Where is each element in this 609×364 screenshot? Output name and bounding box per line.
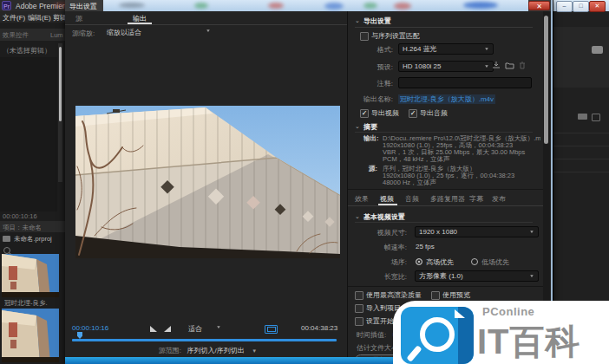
- tab-effect-controls[interactable]: 效果控件: [3, 31, 29, 40]
- tab-source[interactable]: 源: [75, 14, 82, 23]
- field-lower-label: 低场优先: [481, 257, 509, 267]
- effect-controls-area: [0, 57, 57, 211]
- media-browser-icon[interactable]: [592, 46, 603, 54]
- field-upper-label: 高场优先: [426, 257, 454, 267]
- close-icon: ✕: [536, 3, 542, 10]
- dialog-bottom-bar: [65, 357, 395, 364]
- output-name-link[interactable]: 冠时北理-良乡（放大版）.m4v: [398, 94, 495, 104]
- close-window-button[interactable]: ✕: [589, 1, 606, 12]
- preview-image: [75, 106, 340, 258]
- source-scaling-select[interactable]: 缩放以适合 ▼: [107, 28, 211, 37]
- output-name-label: 输出名称:: [348, 94, 393, 104]
- panel-timecode: 00:00:10:16: [3, 212, 37, 220]
- itbaike-logo-icon: [401, 307, 474, 364]
- dialog-close-button[interactable]: ✕: [528, 1, 550, 10]
- comments-input[interactable]: [398, 77, 532, 88]
- chevron-down-icon: ▼: [529, 272, 534, 280]
- dialog-title: 导出设置: [69, 2, 97, 11]
- tab-effects[interactable]: 效果: [355, 194, 369, 204]
- export-video-checkbox[interactable]: ✓: [360, 109, 369, 118]
- source-range-row: 源范围: 序列切入/序列切出 ▼: [75, 346, 340, 355]
- match-sequence-label: 与序列设置匹配: [371, 31, 420, 41]
- playhead[interactable]: [77, 332, 82, 339]
- menu-bar: 文件(F) 编辑(E) 剪辑: [0, 11, 66, 23]
- tab-lumetri[interactable]: Lum: [50, 31, 63, 39]
- project-file-row[interactable]: 未命名.prproj: [0, 234, 66, 244]
- frame-rate-value[interactable]: 25 fps: [416, 243, 435, 250]
- collapse-icon[interactable]: ⌄: [355, 213, 360, 220]
- chevron-down-icon: ▼: [529, 228, 534, 236]
- chevron-down-icon: ▼: [206, 29, 211, 36]
- window-controls: ‒ □ ✕: [553, 0, 609, 11]
- import-project-checkbox[interactable]: [355, 304, 363, 313]
- tab-captions[interactable]: 字幕: [469, 194, 483, 204]
- chevron-down-icon: ▼: [252, 348, 257, 354]
- tab-publish[interactable]: 发布: [492, 194, 506, 204]
- field-upper-radio[interactable]: [416, 258, 422, 265]
- summary-header: 摘要: [363, 122, 377, 132]
- clip-thumbnail[interactable]: [2, 254, 59, 297]
- time-interp-label: 时间插值:: [357, 330, 386, 340]
- watermark-brand: PConline: [482, 305, 534, 318]
- save-preset-icon[interactable]: [492, 62, 501, 69]
- comments-label: 注释:: [348, 79, 393, 88]
- max-quality-checkbox[interactable]: [355, 291, 363, 300]
- maximize-button[interactable]: □: [573, 1, 589, 12]
- export-audio-checkbox[interactable]: ✓: [409, 109, 417, 118]
- current-timecode: 00:00:10:16: [72, 324, 108, 332]
- mark-in-icon[interactable]: [150, 326, 157, 332]
- premiere-screen: Pr Adobe Premiere Pro 文件(F) 编辑(E) 剪辑 效果控…: [0, 0, 609, 364]
- chevron-down-icon: ▼: [216, 325, 221, 333]
- start-timecode-checkbox[interactable]: [355, 317, 363, 326]
- aspect-select[interactable]: 方形像素 (1.0)▼: [415, 270, 539, 282]
- summary-output-label: 输出:: [363, 134, 379, 143]
- crop-icon[interactable]: [265, 325, 278, 334]
- left-panel: 效果控件 Lum （未选择剪辑） 00:00:10:16 项目：未命名 未命名.…: [0, 23, 66, 364]
- chevron-down-icon: ▼: [484, 45, 489, 53]
- format-select[interactable]: H.264 蓝光▼: [398, 43, 494, 55]
- use-previews-checkbox[interactable]: [431, 291, 440, 300]
- menu-edit[interactable]: 编辑(E): [28, 13, 51, 23]
- match-sequence-checkbox[interactable]: [360, 32, 369, 41]
- summary-source-line: 48000 Hz，立体声: [383, 179, 436, 187]
- thumb-view-icon[interactable]: [592, 114, 600, 121]
- collapse-icon[interactable]: ⌄: [355, 17, 360, 24]
- video-size-label: 视频尺寸:: [348, 228, 407, 237]
- watermark-logo-text: IT百科: [477, 318, 581, 364]
- collapse-icon[interactable]: ⌄: [355, 123, 360, 130]
- menu-clip[interactable]: 剪辑: [53, 13, 66, 23]
- source-scaling-label: 源缩放:: [72, 29, 95, 38]
- zoom-fit-select[interactable]: 适合 ▼: [188, 324, 221, 334]
- preset-select[interactable]: HD 1080i 25▼: [398, 61, 494, 72]
- tab-audio[interactable]: 音频: [405, 194, 419, 204]
- magnifier-handle: [406, 345, 422, 362]
- tab-multiplexer[interactable]: 多路复用器: [430, 194, 465, 204]
- aspect-label: 长宽比:: [348, 272, 407, 282]
- dialog-titlebar: 导出设置 ✕: [65, 0, 551, 11]
- titlebar-censor-strip: [103, 0, 528, 11]
- magnifier-lens: [420, 317, 455, 352]
- minimize-button[interactable]: ‒: [556, 1, 573, 12]
- preview-pane: 源 输出 源缩放: 缩放以适合 ▼: [65, 11, 347, 364]
- tab-project[interactable]: 项目：未命名: [3, 224, 42, 232]
- summary-source-label: 源:: [369, 165, 377, 173]
- tab-video[interactable]: 视频: [380, 194, 394, 204]
- use-previews-label: 使用预览: [442, 290, 470, 300]
- scrubber-track[interactable]: [72, 339, 337, 341]
- left-scrollbar[interactable]: [58, 43, 62, 182]
- list-view-icon[interactable]: [578, 114, 587, 120]
- source-range-select[interactable]: 序列切入/序列切出: [187, 347, 245, 354]
- menu-file[interactable]: 文件(F): [3, 13, 25, 23]
- field-lower-radio[interactable]: [471, 258, 478, 265]
- source-range-label: 源范围:: [159, 347, 181, 354]
- delete-preset-icon[interactable]: [519, 62, 526, 69]
- mark-out-icon[interactable]: [164, 326, 171, 332]
- premiere-app-icon: Pr: [2, 1, 11, 10]
- import-preset-icon[interactable]: [505, 62, 514, 69]
- video-size-select[interactable]: 1920 x 1080▼: [415, 226, 539, 237]
- clip-thumbnail-2[interactable]: [2, 309, 59, 362]
- frame-rate-label: 帧速率:: [348, 243, 407, 252]
- no-clip-label: （未选择剪辑）: [3, 46, 51, 55]
- chevron-down-icon: ▼: [484, 62, 489, 70]
- field-order-label: 场序:: [348, 257, 407, 267]
